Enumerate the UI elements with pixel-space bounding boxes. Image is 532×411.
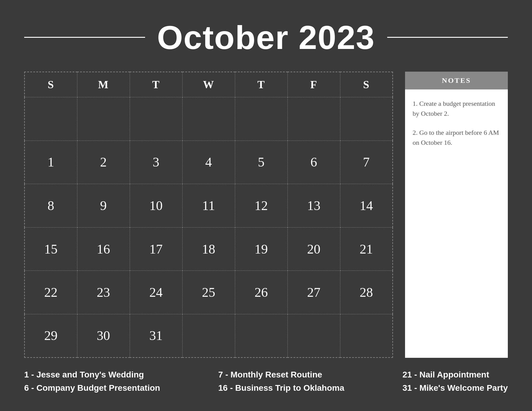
day-cell-8: 8 (24, 184, 77, 228)
day-cell-14: 14 (340, 184, 393, 228)
events-column-2: 7 - Monthly Reset Routine 16 - Business … (218, 370, 344, 393)
calendar-week-5: 22232425262728 (24, 271, 393, 314)
day-cell-11: 11 (182, 184, 235, 228)
event-2: 6 - Company Budget Presentation (24, 383, 160, 393)
notes-header: NOTES (405, 72, 508, 89)
day-cell-empty (182, 314, 235, 358)
day-cell-21: 21 (340, 227, 393, 271)
day-cell-empty (340, 97, 393, 141)
day-cell-10: 10 (130, 184, 182, 228)
calendar-week-4: 15161718192021 (24, 227, 393, 271)
days-header-row: S M T W T F S (24, 72, 393, 97)
day-cell-empty (287, 97, 340, 141)
day-cell-17: 17 (130, 227, 182, 271)
day-cell-empty (235, 97, 287, 141)
day-cell-31: 31 (130, 314, 182, 358)
day-header-tue: T (130, 72, 182, 97)
main-content: S M T W T F S 12345678910111213141516171… (24, 72, 508, 358)
page-title: October 2023 (157, 18, 375, 57)
day-cell-7: 7 (340, 141, 393, 184)
day-cell-2: 2 (77, 141, 130, 184)
events-column-1: 1 - Jesse and Tony's Wedding 6 - Company… (24, 370, 160, 393)
events-column-3: 21 - Nail Appointment 31 - Mike's Welcom… (402, 370, 508, 393)
day-cell-22: 22 (24, 271, 77, 314)
day-cell-6: 6 (287, 141, 340, 184)
day-cell-29: 29 (24, 314, 77, 358)
day-cell-28: 28 (340, 271, 393, 314)
day-cell-15: 15 (24, 227, 77, 271)
day-header-thu: T (235, 72, 287, 97)
day-cell-empty (235, 314, 287, 358)
day-cell-3: 3 (130, 141, 182, 184)
calendar-week-6: 293031 (24, 314, 393, 358)
calendar-week-3: 891011121314 (24, 184, 393, 228)
calendar-section: S M T W T F S 12345678910111213141516171… (24, 72, 393, 358)
day-header-wed: W (182, 72, 235, 97)
page: October 2023 S M T W T F S (0, 0, 532, 411)
header-line-left (24, 37, 145, 38)
day-cell-4: 4 (182, 141, 235, 184)
day-cell-empty (130, 97, 182, 141)
day-header-sun: S (24, 72, 77, 97)
header: October 2023 (24, 18, 508, 57)
day-cell-27: 27 (287, 271, 340, 314)
day-cell-1: 1 (24, 141, 77, 184)
note-item-2: 2. Go to the airport before 6 AM on Octo… (413, 128, 500, 147)
note-item-1: 1. Create a budget presentation by Octob… (413, 99, 500, 118)
event-3: 7 - Monthly Reset Routine (218, 370, 344, 380)
day-cell-24: 24 (130, 271, 182, 314)
event-1: 1 - Jesse and Tony's Wedding (24, 370, 160, 380)
day-cell-13: 13 (287, 184, 340, 228)
day-cell-empty (182, 97, 235, 141)
day-cell-18: 18 (182, 227, 235, 271)
day-cell-20: 20 (287, 227, 340, 271)
day-cell-empty (287, 314, 340, 358)
day-cell-19: 19 (235, 227, 287, 271)
day-cell-9: 9 (77, 184, 130, 228)
day-header-fri: F (287, 72, 340, 97)
events-footer: 1 - Jesse and Tony's Wedding 6 - Company… (24, 370, 508, 393)
day-cell-empty (24, 97, 77, 141)
event-5: 21 - Nail Appointment (402, 370, 508, 380)
day-cell-5: 5 (235, 141, 287, 184)
notes-body: 1. Create a budget presentation by Octob… (405, 89, 508, 358)
event-4: 16 - Business Trip to Oklahoma (218, 383, 344, 393)
calendar-grid: S M T W T F S 12345678910111213141516171… (24, 72, 393, 358)
day-cell-25: 25 (182, 271, 235, 314)
calendar-body: 1234567891011121314151617181920212223242… (24, 97, 393, 358)
day-cell-23: 23 (77, 271, 130, 314)
notes-section: NOTES 1. Create a budget presentation by… (405, 72, 508, 358)
day-cell-16: 16 (77, 227, 130, 271)
day-cell-30: 30 (77, 314, 130, 358)
day-cell-12: 12 (235, 184, 287, 228)
calendar-week-2: 1234567 (24, 141, 393, 184)
header-line-right (387, 37, 508, 38)
event-6: 31 - Mike's Welcome Party (402, 383, 508, 393)
day-cell-empty (77, 97, 130, 141)
calendar-week-1 (24, 97, 393, 141)
day-header-mon: M (77, 72, 130, 97)
day-header-sat: S (340, 72, 393, 97)
day-cell-26: 26 (235, 271, 287, 314)
day-cell-empty (340, 314, 393, 358)
